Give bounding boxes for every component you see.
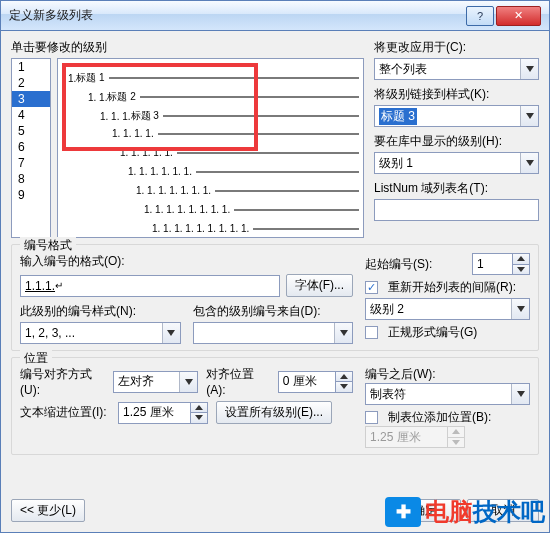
tab-position-spinner — [447, 426, 465, 448]
legal-checkbox[interactable] — [365, 326, 378, 339]
format-legend: 编号格式 — [20, 237, 76, 254]
position-legend: 位置 — [20, 350, 52, 367]
level-item[interactable]: 6 — [12, 139, 50, 155]
preview-line: 1. 1. 1. 1. 1. 1. 1. 1. — [144, 204, 359, 215]
indent-input[interactable]: 1.25 厘米 — [118, 402, 190, 424]
indent-spinner[interactable] — [190, 402, 208, 424]
level-listbox[interactable]: 123456789 — [11, 58, 51, 238]
level-item[interactable]: 1 — [12, 59, 50, 75]
follow-select[interactable]: 制表符 — [365, 383, 530, 405]
align-at-label: 对齐位置(A): — [206, 366, 269, 397]
window-title: 定义新多级列表 — [9, 7, 93, 24]
listnum-label: ListNum 域列表名(T): — [374, 180, 539, 197]
spin-down-icon — [447, 437, 465, 449]
apply-to-select[interactable]: 整个列表 — [374, 58, 539, 80]
align-select[interactable]: 左对齐 — [113, 371, 198, 393]
start-at-spinner[interactable] — [512, 253, 530, 275]
dropdown-arrow-icon — [520, 59, 538, 79]
level-item[interactable]: 4 — [12, 107, 50, 123]
align-label: 编号对齐方式(U): — [20, 366, 105, 397]
tab-add-checkbox[interactable] — [365, 411, 378, 424]
dropdown-arrow-icon — [162, 323, 180, 343]
include-from-select[interactable] — [193, 322, 354, 344]
level-item[interactable]: 9 — [12, 187, 50, 203]
format-group: 编号格式 输入编号的格式(O): 1.1.1.↵ 字体(F)... 此级别的编号… — [11, 244, 539, 351]
gallery-level-select[interactable]: 级别 1 — [374, 152, 539, 174]
dropdown-arrow-icon — [520, 153, 538, 173]
align-at-input[interactable]: 0 厘米 — [278, 371, 335, 393]
dialog-window: 定义新多级列表 ? ✕ 单击要修改的级别 123456789 1. 标题 1 1… — [0, 0, 550, 533]
spin-up-icon — [447, 426, 465, 437]
level-item[interactable]: 2 — [12, 75, 50, 91]
level-item[interactable]: 7 — [12, 155, 50, 171]
tab-add-label: 制表位添加位置(B): — [388, 409, 491, 426]
preview-pane: 1. 标题 1 1. 1. 标题 2 1. 1. 1. 标题 3 1. 1. 1… — [57, 58, 364, 238]
titlebar[interactable]: 定义新多级列表 ? ✕ — [1, 1, 549, 31]
level-item[interactable]: 3 — [12, 91, 50, 107]
preview-line: 1. 1. 1. 1. 1. 1. 1. 1. 1. — [152, 223, 359, 234]
link-style-select[interactable]: 标题 3 — [374, 105, 539, 127]
preview-line: 1. 1. 1. 1. 1. 1. 1. — [136, 185, 359, 196]
preview-line: 1. 标题 1 — [68, 71, 359, 85]
ok-button[interactable]: 确定 — [389, 499, 461, 522]
tab-position-input: 1.25 厘米 — [365, 426, 447, 448]
client-area: 单击要修改的级别 123456789 1. 标题 1 1. 1. 标题 2 1.… — [1, 31, 549, 532]
number-style-label: 此级别的编号样式(N): — [20, 303, 181, 320]
font-button[interactable]: 字体(F)... — [286, 274, 353, 297]
preview-line: 1. 1. 1. 1. 1. — [120, 147, 359, 158]
start-at-label: 起始编号(S): — [365, 256, 432, 273]
close-button[interactable]: ✕ — [496, 6, 541, 26]
restart-checkbox[interactable] — [365, 281, 378, 294]
spin-down-icon[interactable] — [190, 412, 208, 424]
legal-label: 正规形式编号(G) — [388, 324, 477, 341]
gallery-level-label: 要在库中显示的级别(H): — [374, 133, 539, 150]
enter-format-label: 输入编号的格式(O): — [20, 253, 353, 270]
level-item[interactable]: 8 — [12, 171, 50, 187]
preview-line: 1. 1. 1. 1. 1. 1. — [128, 166, 359, 177]
align-at-spinner[interactable] — [335, 371, 353, 393]
number-style-select[interactable]: 1, 2, 3, ... — [20, 322, 181, 344]
position-group: 位置 编号对齐方式(U): 左对齐 对齐位置(A): 0 厘米 — [11, 357, 539, 455]
spin-down-icon[interactable] — [335, 381, 353, 393]
dropdown-arrow-icon — [179, 372, 197, 392]
link-style-label: 将级别链接到样式(K): — [374, 86, 539, 103]
preview-line: 1. 1. 1. 标题 3 — [100, 109, 359, 123]
listnum-input[interactable] — [374, 199, 539, 221]
preview-line: 1. 1. 标题 2 — [88, 90, 359, 104]
restart-level-select[interactable]: 级别 2 — [365, 298, 530, 320]
dropdown-arrow-icon — [334, 323, 352, 343]
spin-up-icon[interactable] — [190, 402, 208, 413]
dropdown-arrow-icon — [520, 106, 538, 126]
cancel-button[interactable]: 取消 — [467, 499, 539, 522]
less-button[interactable]: << 更少(L) — [11, 499, 85, 522]
set-all-levels-button[interactable]: 设置所有级别(E)... — [216, 401, 332, 424]
help-button[interactable]: ? — [466, 6, 494, 26]
format-input[interactable]: 1.1.1.↵ — [20, 275, 280, 297]
indent-label: 文本缩进位置(I): — [20, 404, 110, 421]
spin-up-icon[interactable] — [512, 253, 530, 264]
click-level-label: 单击要修改的级别 — [11, 39, 364, 56]
preview-line: 1. 1. 1. 1. — [112, 128, 359, 139]
start-at-input[interactable]: 1 — [472, 253, 512, 275]
apply-to-label: 将更改应用于(C): — [374, 39, 539, 56]
spin-down-icon[interactable] — [512, 264, 530, 276]
restart-label: 重新开始列表的间隔(R): — [388, 279, 516, 296]
dropdown-arrow-icon — [511, 299, 529, 319]
follow-label: 编号之后(W): — [365, 366, 530, 383]
dropdown-arrow-icon — [511, 384, 529, 404]
include-from-label: 包含的级别编号来自(D): — [193, 303, 354, 320]
spin-up-icon[interactable] — [335, 371, 353, 382]
level-item[interactable]: 5 — [12, 123, 50, 139]
